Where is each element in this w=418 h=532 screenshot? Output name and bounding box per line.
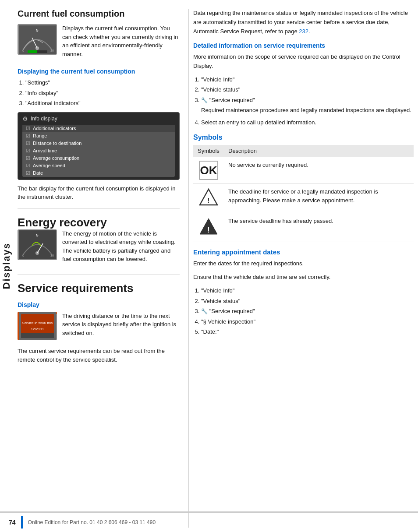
menu-item-label: Additional indicators	[33, 126, 76, 131]
section3-closing: The current service requirements can be …	[18, 347, 180, 364]
right-column: Data regarding the maintenance status or…	[188, 9, 414, 528]
footer-line-decoration	[21, 516, 23, 528]
detailed-step3-sub: Required maintenance procedures and lega…	[201, 106, 414, 115]
triangle-filled-symbol: !	[199, 217, 218, 236]
symbols-table: Symbols Description OK No service is cur…	[193, 145, 414, 242]
menu-item-label: Distance to destination	[33, 141, 81, 146]
entering-intro2: Ensure that the vehicle date and time ar…	[193, 273, 414, 282]
check-icon: ☑	[26, 126, 30, 131]
menu-item-label: Range	[33, 133, 47, 138]
subsection1-title: Displaying the current fuel consumption	[18, 68, 180, 75]
svg-text:!: !	[207, 226, 209, 234]
entering-step-5: "Date:"	[201, 328, 414, 336]
check-icon: ☑	[26, 163, 30, 169]
wrench-icon: 🔧	[201, 97, 208, 103]
entering-step-3: 🔧 "Service required"	[201, 307, 414, 316]
page-footer: 74 Online Edition for Part no. 01 40 2 6…	[0, 511, 418, 532]
entering-steps-list: "Vehicle Info" "Vehicle status" 🔧 "Servi…	[201, 286, 414, 336]
svg-text:!: !	[207, 197, 209, 204]
svg-text:12/2009: 12/2009	[31, 327, 43, 331]
menu-item-label: Date	[33, 170, 43, 176]
symbol-triangle-outline-cell: !	[193, 184, 224, 213]
step-3: "Additional indicators"	[25, 99, 180, 108]
menu-item-arrival: ☑ Arrival time	[22, 147, 175, 155]
svg-text:30: 30	[50, 49, 54, 52]
check-icon: ☑	[26, 155, 30, 161]
page-ref-suffix: .	[308, 28, 310, 35]
section1-intro-block: 5 0 30 Displays the current fuel consump…	[18, 24, 180, 62]
entering-step-1: "Vehicle Info"	[201, 286, 414, 295]
menu-item-distance: ☑ Distance to destination	[22, 140, 175, 147]
entering-step-4: "§ Vehicle inspection"	[201, 317, 414, 326]
page-number: 74	[9, 519, 16, 526]
symbol-triangle-outline-desc: The deadline for service or a legally ma…	[224, 184, 414, 213]
menu-item-additional-indicators: ☑ Additional indicators	[22, 125, 175, 132]
page-wrapper: Displays Current fuel consumption 5 0	[0, 0, 418, 532]
menu-item-avg-consumption: ☑ Average consumption	[22, 155, 175, 162]
section3-intro-block: Service in 5600 mls 12/2009 The driving …	[18, 312, 180, 341]
menu-item-range: ☑ Range	[22, 132, 175, 140]
info-display-label: Info display	[31, 116, 57, 122]
menu-item-date: ☑ Date	[22, 169, 175, 177]
section1-closing: The bar display for the current fuel con…	[18, 184, 180, 201]
svg-text:5: 5	[36, 28, 38, 32]
svg-text:Service in 5600 mls: Service in 5600 mls	[22, 321, 53, 325]
ok-symbol: OK	[199, 161, 218, 180]
menu-items-list: ☑ Additional indicators ☑ Range ☑ Distan…	[22, 125, 175, 177]
section3-title: Service requirements	[18, 282, 180, 295]
info-display-screenshot: ⚙ Info display ☑ Additional indicators ☑…	[18, 112, 180, 180]
check-icon: ☑	[26, 133, 30, 139]
svg-text:0: 0	[22, 254, 24, 257]
section1-steps-list: "Settings" "Info display" "Additional in…	[25, 78, 180, 108]
symbol-row-triangle-filled: ! The service deadline has already passe…	[193, 213, 414, 242]
section3-display-title: Display	[18, 301, 180, 308]
detailed-step-2: "Vehicle status"	[201, 85, 414, 94]
detailed-step-1: "Vehicle Info"	[201, 75, 414, 84]
detailed-step-4: Select an entry to call up detailed info…	[201, 118, 414, 127]
symbols-title: Symbols	[193, 134, 414, 141]
step-1: "Settings"	[25, 78, 180, 87]
right-intro: Data regarding the maintenance status or…	[193, 9, 414, 36]
symbol-ok-cell: OK	[193, 157, 224, 184]
svg-rect-7	[28, 50, 37, 53]
detailed-intro: More information on the scope of service…	[193, 53, 414, 71]
section2-title: Energy recovery	[18, 216, 180, 229]
fuel-consumption-image: 5 0 30	[18, 24, 57, 55]
entering-step-3-text: "Service required"	[209, 308, 255, 314]
detailed-step-3: 🔧 "Service required" Required maintenanc…	[201, 96, 414, 115]
detailed-steps-list: "Vehicle Info" "Vehicle status" 🔧 "Servi…	[201, 75, 414, 127]
sidebar-label: Displays	[1, 243, 12, 289]
menu-item-label: Average consumption	[33, 155, 79, 161]
symbol-triangle-filled-desc: The service deadline has already passed.	[224, 213, 414, 242]
svg-text:0: 0	[22, 49, 24, 52]
entering-step-2: "Vehicle status"	[201, 297, 414, 306]
step-2: "Info display"	[25, 89, 180, 98]
entering-title: Entering appointment dates	[193, 248, 414, 256]
svg-rect-18	[21, 333, 54, 338]
left-column: Current fuel consumption 5 0 30	[18, 9, 188, 528]
footer-text: Online Edition for Part no. 01 40 2 606 …	[28, 519, 156, 525]
wrench-icon-2: 🔧	[201, 308, 208, 314]
symbol-row-triangle-outline: ! The deadline for service or a legally …	[193, 184, 414, 213]
svg-text:30: 30	[50, 254, 54, 257]
check-icon: ☑	[26, 170, 30, 176]
info-display-title: ⚙ Info display	[22, 115, 175, 122]
section2-intro-text: The energy of motion of the vehicle is c…	[62, 229, 180, 264]
section2-intro-block: 5 0 30 The energy of motion of the vehic…	[18, 229, 180, 267]
triangle-outline-symbol: !	[199, 187, 218, 207]
sidebar: Displays	[0, 0, 13, 532]
section1-intro-text: Displays the current fuel consumption. Y…	[62, 24, 180, 58]
section-divider-2	[18, 274, 180, 275]
detailed-section-title: Detailed information on service requirem…	[193, 42, 414, 49]
check-icon: ☑	[26, 148, 30, 154]
section3-intro-text: The driving distance or the time to the …	[62, 312, 180, 338]
detailed-step-3-text: "Service required"	[209, 97, 255, 103]
symbol-ok-desc: No service is currently required.	[224, 157, 414, 184]
menu-item-label: Arrival time	[33, 148, 57, 153]
page-ref-link[interactable]: 232	[299, 28, 308, 35]
gear-icon: ⚙	[22, 115, 28, 122]
menu-item-label: Average speed	[33, 163, 65, 168]
section-divider-1	[18, 208, 180, 209]
entering-intro1: Enter the dates for the required inspect…	[193, 259, 414, 268]
symbol-row-ok: OK No service is currently required.	[193, 157, 414, 184]
